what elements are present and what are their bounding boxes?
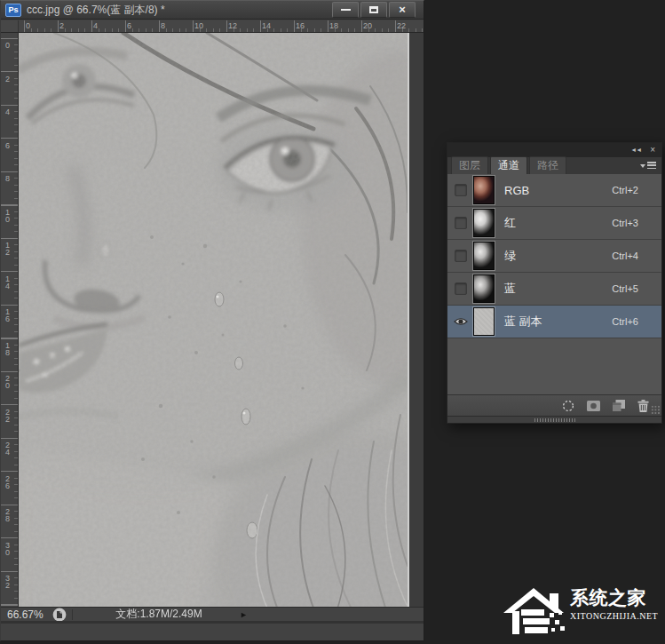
channel-thumbnail[interactable]: [473, 307, 495, 336]
channel-list: RGB Ctrl+2 红 Ctrl+3 绿 Ctrl+4 蓝 Ctrl+5: [447, 174, 661, 338]
panel-empty-area: [447, 338, 661, 394]
tab-layers[interactable]: 图层: [451, 156, 488, 174]
photoshop-app-icon: Ps: [5, 4, 21, 17]
channel-row-green[interactable]: 绿 Ctrl+4: [447, 240, 661, 273]
channel-shortcut: Ctrl+5: [612, 283, 661, 294]
visibility-cell[interactable]: [447, 250, 473, 262]
close-button[interactable]: ×: [389, 2, 416, 18]
ruler-number: 0: [4, 42, 12, 49]
watermark-site-name: 系统之家: [570, 586, 658, 609]
status-bar: 66.67% 文档:1.87M/2.49M ►: [1, 607, 424, 621]
ruler-number: 0: [26, 21, 30, 30]
minimize-button[interactable]: [332, 2, 359, 18]
eye-icon[interactable]: [454, 317, 468, 326]
ruler-number: 24: [4, 441, 12, 456]
ruler-number: 16: [4, 308, 12, 322]
ruler-number: 10: [194, 21, 203, 30]
status-separator: [72, 609, 73, 620]
panel-close-icon[interactable]: ×: [650, 146, 655, 155]
canvas-area[interactable]: [19, 33, 424, 624]
panel-button-bar: [447, 394, 661, 416]
titlebar[interactable]: Ps ccc.jpg @ 66.7%(蓝 副本/8) * ×: [1, 1, 424, 20]
panel-menu-icon[interactable]: [640, 162, 656, 170]
ruler-number: 2: [59, 21, 64, 30]
document-canvas-image[interactable]: [19, 33, 409, 624]
channel-shortcut: Ctrl+3: [612, 218, 661, 228]
ruler-number: 22: [4, 409, 12, 423]
ruler-number: 20: [363, 21, 372, 30]
channels-panel: ◄◄ × 图层 通道 路径 RGB Ctrl+2 红 Ctrl+3 绿 Ctrl…: [447, 142, 662, 424]
channel-name: 红: [504, 215, 612, 231]
ruler-number: 12: [228, 21, 237, 30]
ruler-top[interactable]: 0246810121416182022: [19, 20, 424, 33]
mask-icon: [587, 401, 600, 411]
ruler-number: 4: [4, 108, 12, 115]
channel-thumbnail[interactable]: [473, 209, 495, 237]
zoom-level-field[interactable]: 66.67%: [1, 608, 51, 621]
channel-row-red[interactable]: 红 Ctrl+3: [447, 207, 661, 240]
channel-thumbnail[interactable]: [473, 176, 495, 204]
watermark-text: 系统之家 XITONGZHIJIA.NET: [570, 586, 658, 621]
tab-channels[interactable]: 通道: [490, 156, 527, 174]
save-selection-as-channel-button[interactable]: [587, 401, 600, 411]
channel-name: 绿: [504, 248, 612, 264]
document-title: ccc.jpg @ 66.7%(蓝 副本/8) *: [27, 3, 327, 18]
window-bottom-edge: [1, 621, 424, 624]
document-window: Ps ccc.jpg @ 66.7%(蓝 副本/8) * × 024681012…: [0, 0, 424, 641]
visibility-checkbox[interactable]: [455, 282, 467, 295]
ruler-corner[interactable]: [1, 20, 19, 33]
ruler-number: 20: [4, 375, 12, 389]
visibility-checkbox[interactable]: [455, 217, 467, 229]
visibility-cell[interactable]: [447, 184, 473, 196]
load-selection-button[interactable]: [562, 400, 574, 412]
panel-resize-handle[interactable]: [447, 416, 661, 423]
ruler-number: 14: [262, 21, 271, 30]
watermark-site-url: XITONGZHIJIA.NET: [570, 611, 658, 621]
minimize-icon: [341, 9, 351, 11]
trash-icon: [637, 400, 649, 412]
ruler-number: 14: [4, 275, 12, 290]
ruler-number: 28: [4, 508, 12, 522]
delete-channel-button[interactable]: [637, 400, 649, 412]
window-controls: ×: [332, 2, 416, 18]
ruler-left[interactable]: 0246810121416182022242628303234: [1, 33, 19, 624]
panel-resize-grip[interactable]: [651, 405, 661, 415]
grip-dots-icon: [534, 418, 575, 422]
channel-row-blue-copy[interactable]: 蓝 副本 Ctrl+6: [447, 306, 661, 338]
ruler-number: 16: [296, 21, 305, 30]
ruler-number: 4: [93, 21, 98, 30]
dashed-circle-icon: [562, 400, 574, 412]
channel-row-rgb[interactable]: RGB Ctrl+2: [447, 174, 661, 207]
ruler-number: 6: [4, 142, 12, 149]
channel-row-blue[interactable]: 蓝 Ctrl+5: [447, 273, 661, 306]
tab-paths[interactable]: 路径: [529, 156, 566, 174]
channel-name: 蓝: [504, 281, 612, 297]
ruler-number: 8: [161, 21, 165, 30]
ruler-number: 26: [4, 475, 12, 489]
channel-thumbnail[interactable]: [473, 274, 495, 303]
document-status-icon[interactable]: [52, 608, 67, 622]
maximize-button[interactable]: [360, 2, 387, 18]
ruler-number: 2: [4, 76, 12, 83]
ruler-number: 32: [4, 575, 12, 589]
document-size-info: 文档:1.87M/2.49M: [92, 607, 226, 622]
new-channel-button[interactable]: [613, 400, 625, 411]
channel-shortcut: Ctrl+6: [612, 316, 661, 327]
visibility-checkbox[interactable]: [455, 184, 467, 196]
close-icon: ×: [399, 5, 406, 14]
visibility-cell[interactable]: [447, 282, 473, 295]
ruler-number: 12: [4, 242, 12, 256]
visibility-cell[interactable]: [447, 217, 473, 229]
new-page-icon: [613, 400, 625, 411]
channel-thumbnail[interactable]: [473, 242, 495, 270]
visibility-checkbox[interactable]: [455, 250, 467, 262]
xitongzhijia-logo-icon: [503, 586, 566, 636]
maximize-icon: [369, 6, 378, 13]
channel-name: 蓝 副本: [504, 314, 612, 330]
ruler-number: 18: [329, 21, 338, 30]
ruler-number: 22: [397, 21, 406, 30]
visibility-cell[interactable]: [447, 317, 473, 326]
ruler-number: 18: [4, 342, 12, 356]
status-options-arrow-icon[interactable]: ►: [240, 610, 248, 619]
collapse-to-icons-icon[interactable]: ◄◄: [630, 146, 641, 155]
